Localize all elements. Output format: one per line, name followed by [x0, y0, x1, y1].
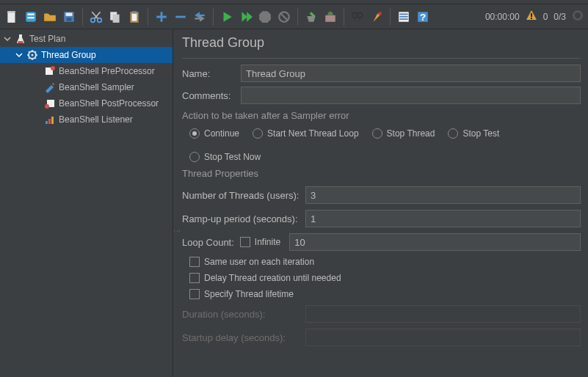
name-input[interactable] [241, 65, 581, 82]
editor-panel: ⋮ Thread Group Name: Comments: Action to… [173, 29, 588, 377]
toolbar-separator [297, 8, 298, 26]
copy-icon[interactable] [108, 10, 123, 24]
stop-icon[interactable] [258, 10, 272, 24]
clear-all-icon[interactable] [323, 10, 338, 24]
svg-point-17 [352, 12, 357, 18]
preprocessor-icon [44, 65, 56, 77]
comments-label: Comments: [182, 90, 233, 101]
toolbar-separator [82, 8, 83, 26]
open-folder-icon[interactable] [43, 10, 57, 24]
tree-node-label: BeanShell Sampler [59, 82, 134, 92]
svg-rect-23 [399, 18, 407, 20]
status-indicator-icon [572, 10, 584, 23]
duration-label: Duration (seconds): [182, 309, 300, 320]
collapse-icon[interactable] [173, 10, 188, 24]
shutdown-icon[interactable] [277, 10, 291, 24]
svg-point-19 [378, 12, 382, 15]
ramp-up-input[interactable] [305, 210, 581, 227]
svg-rect-3 [28, 13, 35, 15]
svg-rect-21 [399, 13, 407, 15]
tree-node-postprocessor[interactable]: BeanShell PostProcessor [0, 95, 173, 111]
warning-count: 0 [543, 12, 548, 22]
svg-point-18 [357, 12, 363, 18]
svg-rect-7 [67, 18, 72, 21]
tree-node-thread-group[interactable]: Thread Group [0, 47, 173, 63]
divider [182, 58, 581, 59]
sampler-error-legend: Action to be taken after a Sampler error [182, 110, 581, 121]
radio-icon [448, 128, 458, 139]
start-no-timers-icon[interactable] [239, 10, 253, 24]
splitter-handle[interactable]: ⋮ [173, 227, 181, 234]
save-icon[interactable] [62, 10, 76, 24]
search-icon[interactable] [350, 10, 365, 24]
help-icon[interactable]: ? [415, 10, 430, 24]
same-user-checkbox[interactable]: Same user on each iteration [189, 257, 314, 267]
tree-node-label: Test Plan [29, 34, 65, 44]
tree-node-sampler[interactable]: BeanShell Sampler [0, 79, 173, 95]
num-threads-input[interactable] [305, 186, 581, 204]
checkbox-icon [189, 289, 200, 299]
toolbar-separator [213, 8, 214, 26]
tree-node-label: Thread Group [41, 50, 96, 60]
paste-icon[interactable] [127, 10, 142, 24]
elapsed-timer: 00:00:00 [485, 12, 520, 22]
loop-count-input[interactable] [289, 233, 581, 251]
svg-point-9 [98, 18, 102, 22]
toggle-icon[interactable] [192, 10, 207, 24]
tree-node-label: BeanShell PreProcessor [59, 66, 155, 76]
ramp-up-label: Ramp-up period (seconds): [182, 213, 300, 224]
radio-stop-test-now[interactable]: Stop Test Now [189, 152, 261, 162]
tree-node-label: BeanShell PostProcessor [59, 98, 159, 109]
svg-point-29 [575, 12, 581, 18]
main-toolbar: ? 00:00:00 0 0/3 [0, 4, 588, 29]
checkbox-icon [189, 273, 200, 283]
comments-input[interactable] [241, 87, 581, 104]
chevron-down-icon[interactable] [3, 34, 12, 43]
svg-rect-22 [399, 15, 407, 17]
templates-icon[interactable] [23, 10, 38, 24]
radio-icon [253, 128, 263, 139]
checkbox-icon [189, 257, 200, 267]
postprocessor-icon [44, 98, 56, 109]
checkbox-label: Same user on each iteration [204, 257, 314, 267]
startup-delay-input [305, 329, 581, 346]
expand-icon[interactable] [154, 10, 169, 24]
radio-icon [189, 152, 200, 162]
svg-rect-37 [48, 119, 51, 124]
toolbar-separator [390, 8, 391, 26]
radio-label: Stop Thread [387, 128, 435, 139]
svg-rect-36 [46, 121, 48, 124]
radio-continue[interactable]: Continue [189, 128, 239, 139]
cut-icon[interactable] [89, 10, 104, 24]
radio-stop-test[interactable]: Stop Test [448, 128, 499, 139]
tree-node-listener[interactable]: BeanShell Listener [0, 111, 173, 128]
new-file-icon[interactable] [4, 10, 19, 24]
active-threads: 0/3 [553, 12, 566, 22]
svg-point-31 [32, 54, 34, 56]
radio-start-next[interactable]: Start Next Thread Loop [253, 128, 359, 139]
svg-point-35 [45, 104, 49, 109]
thread-properties-fieldset: Thread Properties Number of Threads (use… [182, 168, 581, 346]
delay-start-checkbox[interactable]: Delay Thread creation until needed [189, 273, 341, 283]
warning-icon[interactable] [526, 10, 537, 23]
radio-stop-thread[interactable]: Stop Thread [372, 128, 435, 139]
clear-icon[interactable] [304, 10, 319, 24]
name-label: Name: [182, 68, 233, 79]
start-icon[interactable] [219, 10, 234, 24]
svg-rect-1 [7, 11, 15, 12]
svg-rect-14 [132, 11, 137, 13]
startup-delay-label: Startup delay (seconds): [182, 332, 300, 343]
checkbox-label: Specify Thread lifetime [204, 289, 294, 299]
loop-infinite-checkbox[interactable]: Infinite [240, 237, 280, 247]
toolbar-separator [148, 8, 148, 26]
reset-search-icon[interactable] [369, 10, 384, 24]
duration-input [305, 305, 581, 323]
checkbox-icon [240, 237, 250, 247]
specify-lifetime-checkbox[interactable]: Specify Thread lifetime [189, 289, 294, 299]
thread-properties-legend: Thread Properties [182, 168, 581, 179]
tree-node-test-plan[interactable]: Test Plan [0, 31, 173, 47]
tree-node-preprocessor[interactable]: BeanShell PreProcessor [0, 63, 173, 79]
function-helper-icon[interactable] [396, 10, 411, 24]
chevron-down-icon[interactable] [15, 51, 23, 59]
toolbar-status: 00:00:00 0 0/3 [485, 10, 584, 23]
